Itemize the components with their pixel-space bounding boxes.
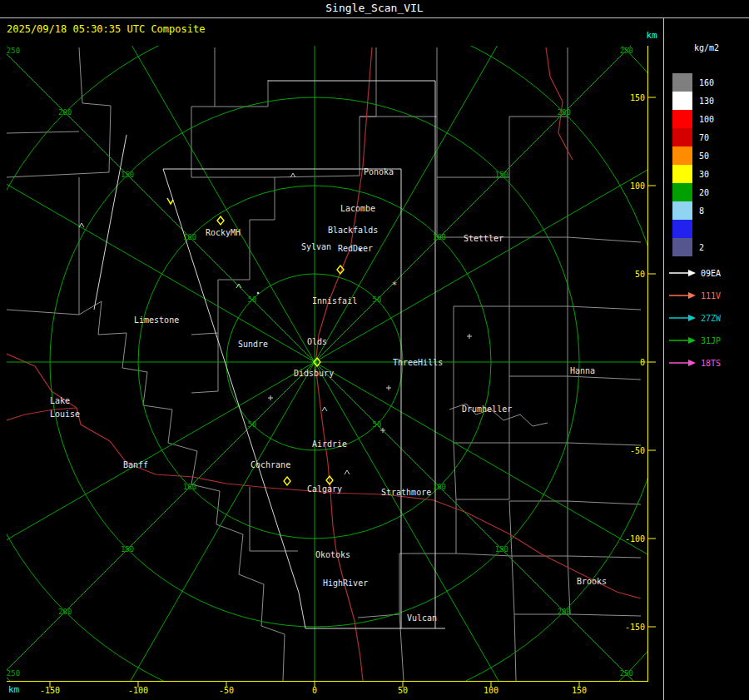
legend-arrowhead-icon: [688, 360, 696, 366]
diagonal-line: [0, 362, 315, 700]
colorbar-unit-label: kg/m2: [694, 43, 719, 52]
ring-distance-label: 200: [58, 608, 72, 616]
colorbar-swatch: [672, 73, 692, 92]
storm-vector-icon: [167, 198, 173, 204]
boundary-line: [568, 443, 641, 445]
coverage-outline: [163, 169, 401, 628]
right-axis-tick-label: 100: [630, 181, 645, 191]
colorbar-swatch: [672, 183, 692, 201]
right-axis-tick-label: 0: [640, 358, 645, 367]
bottom-axis-tick-label: 0: [312, 686, 317, 695]
legend-site-label: 27ZW: [701, 314, 722, 323]
city-label: Cochrane: [250, 460, 290, 469]
right-axis-tick-label: 150: [630, 93, 645, 102]
radar-site-icon: [217, 216, 224, 225]
bottom-axis-tick-label: 150: [572, 686, 587, 695]
legend-site-label: 111V: [701, 291, 721, 300]
right-axis-unit-label: km: [646, 30, 657, 41]
colorbar-value-label: 8: [699, 206, 704, 216]
city-label: RedDeer: [338, 244, 373, 253]
colorbar-value-label: 50: [699, 151, 709, 161]
colorbar-value-label: 100: [699, 115, 714, 124]
city-label: HighRiver: [323, 578, 368, 588]
city-label: Lacombe: [340, 204, 375, 213]
city-label: Airdrie: [312, 439, 347, 449]
boundary-line: [568, 237, 641, 242]
city-label: Innisfail: [312, 296, 357, 305]
ring-distance-label: 250: [620, 47, 633, 55]
city-label: Blackfalds: [328, 226, 378, 235]
city-label: Lake: [50, 396, 70, 405]
city-label: Limestone: [134, 315, 179, 325]
boundary-line: [437, 47, 568, 177]
right-axis-tick-label: -50: [630, 446, 645, 455]
boundary-line: [509, 376, 568, 443]
plus-icon: [467, 334, 472, 339]
city-label: Didsbury: [294, 369, 334, 378]
highway-line: [546, 47, 573, 160]
colorbar-value-label: 70: [699, 133, 709, 142]
city-label: Drumheller: [462, 405, 512, 414]
window-title: Single_Scan_VIL: [325, 2, 423, 14]
ring-distance-label: 100: [433, 483, 446, 491]
radial-line: [65, 0, 315, 362]
ring-distance-label: 150: [495, 171, 508, 179]
boundary-line: [514, 614, 516, 681]
plus-icon: [268, 395, 273, 400]
bottom-axis-tick-label: -50: [219, 686, 234, 695]
app-window: Single_Scan_VIL 2025/09/18 05:30:35 UTC …: [0, 0, 749, 700]
legend-site-label: 31JP: [701, 336, 721, 345]
star-icon: *: [392, 280, 398, 290]
colorbar-swatch: [672, 110, 692, 128]
diagonal-line: [0, 0, 315, 362]
ring-distance-label: 150: [121, 545, 134, 554]
radial-line: [315, 0, 564, 362]
colorbar-value-label: 2: [699, 243, 704, 252]
ring-distance-label: 50: [248, 295, 257, 304]
ring-distance-label: 50: [373, 420, 382, 429]
city-label: ThreeHills: [393, 358, 443, 367]
legend-site-label: 09EA: [701, 269, 721, 278]
ring-distance-label: 50: [373, 295, 382, 304]
ring-distance-label: 200: [58, 108, 72, 117]
ring-distance-label: 100: [433, 233, 446, 241]
town-caret-icon: [345, 470, 350, 474]
city-label: Ponoka: [364, 167, 394, 176]
city-label: Olds: [307, 337, 327, 346]
boundary-line: [454, 364, 509, 443]
right-axis-tick-label: 50: [635, 270, 645, 279]
city-label: Strathmore: [381, 488, 431, 497]
city-label: Louise: [50, 410, 80, 419]
legend-site-label: 18TS: [701, 359, 721, 368]
boundary-line: [191, 333, 218, 393]
colorbar-swatch: [672, 201, 692, 220]
boundary-line: [191, 177, 275, 335]
ring-distance-label: 150: [495, 545, 508, 554]
ring-distance-label: 200: [558, 108, 571, 117]
boundary-line: [275, 47, 376, 177]
diagonal-line: [315, 362, 749, 700]
boundary-line: [7, 132, 79, 133]
ring-distance-label: 100: [183, 483, 196, 491]
boundary-line: [454, 237, 509, 364]
timestamp-label: 2025/09/18 05:30:35 UTC Composite: [7, 23, 205, 35]
radial-line: [315, 362, 747, 612]
bottom-axis-tick-label: -150: [40, 686, 60, 695]
bottom-axis-unit-label: km: [8, 684, 20, 695]
right-axis-tick-label: -150: [625, 623, 645, 632]
boundary-line: [509, 237, 568, 306]
boundary-line: [215, 47, 268, 107]
ring-distance-label: 250: [7, 47, 20, 55]
boundary-line: [512, 556, 570, 614]
bottom-axis-tick-label: 100: [484, 686, 499, 695]
boundary-line: [568, 501, 641, 504]
ring-distance-label: 50: [248, 420, 257, 429]
legend-arrowhead-icon: [688, 292, 696, 299]
legend-arrowhead-icon: [688, 337, 696, 344]
map-layer: 5050505010010010010015015015015020020020…: [0, 0, 749, 700]
colorbar-swatch: [672, 128, 692, 146]
city-label: Brooks: [577, 577, 607, 586]
colorbar-value-label: 130: [699, 97, 714, 106]
city-label: Vulcan: [407, 613, 437, 623]
boundary-line: [568, 306, 641, 310]
